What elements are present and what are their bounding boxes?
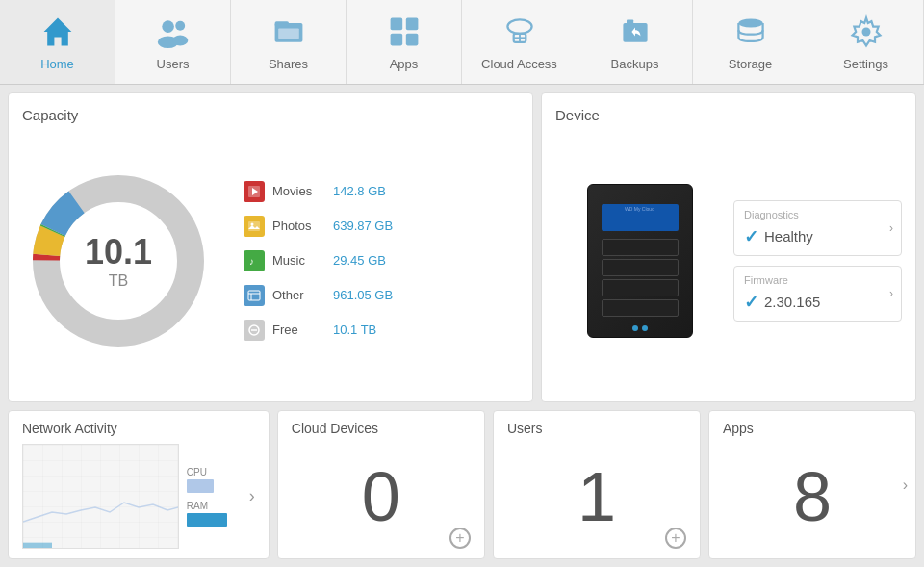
- apps-icon: [385, 13, 424, 51]
- svg-rect-31: [248, 291, 260, 300]
- apps-chevron-icon[interactable]: ›: [903, 477, 908, 494]
- cpu-label: CPU: [187, 467, 242, 477]
- add-user-button[interactable]: +: [665, 528, 686, 549]
- svg-rect-36: [23, 445, 178, 548]
- shares-icon: [270, 13, 308, 51]
- capacity-total: 10.1: [85, 232, 152, 272]
- ram-bar: [187, 513, 227, 527]
- svg-rect-9: [405, 18, 418, 31]
- cpu-group: CPU: [187, 467, 242, 493]
- legend-photos: Photos 639.87 GB: [244, 216, 519, 237]
- cpu-bar-container: [187, 479, 242, 493]
- nav-cloud-access[interactable]: Cloud Access: [462, 0, 578, 84]
- nav-home[interactable]: Home: [0, 0, 116, 84]
- photos-value: 639.87 GB: [333, 219, 393, 233]
- legend-other: Other 961.05 GB: [244, 285, 519, 306]
- nav-apps[interactable]: Apps: [346, 0, 462, 84]
- ram-label: RAM: [187, 501, 242, 511]
- diagnostics-box[interactable]: Diagnostics ✓ Healthy ›: [733, 200, 902, 256]
- firmware-check-icon: ✓: [744, 292, 758, 313]
- network-title: Network Activity: [22, 421, 255, 436]
- free-label: Free: [272, 322, 325, 337]
- add-cloud-device-button[interactable]: +: [449, 528, 471, 549]
- firmware-box[interactable]: Firmware ✓ 2.30.165 ›: [733, 266, 902, 322]
- ram-bar-container: [187, 513, 242, 527]
- network-chevron-icon[interactable]: ›: [249, 486, 255, 506]
- svg-rect-37: [23, 543, 52, 548]
- nav-settings[interactable]: Settings: [808, 0, 924, 84]
- other-value: 961.05 GB: [333, 288, 393, 302]
- ram-group: RAM: [187, 501, 242, 527]
- diagnostics-chevron-icon[interactable]: ›: [889, 221, 893, 235]
- firmware-chevron-icon[interactable]: ›: [889, 287, 893, 300]
- other-label: Other: [272, 288, 325, 302]
- nas-screen: WD My Cloud: [602, 204, 679, 231]
- legend-free: Free 10.1 TB: [244, 320, 519, 341]
- nav-storage-label: Storage: [729, 57, 773, 71]
- svg-point-12: [507, 19, 531, 33]
- backups-icon: [616, 13, 654, 51]
- nas-bay-4: [602, 299, 679, 317]
- diagnostics-value: Healthy: [764, 228, 813, 245]
- nas-bay-3: [602, 279, 679, 296]
- cpu-bar: [187, 479, 214, 493]
- photos-label: Photos: [272, 219, 325, 233]
- svg-rect-27: [248, 221, 260, 231]
- svg-rect-17: [627, 19, 633, 24]
- svg-point-19: [861, 28, 870, 37]
- svg-rect-11: [405, 34, 418, 46]
- nav-settings-label: Settings: [843, 57, 888, 71]
- users-panel: Users 1 +: [493, 410, 701, 559]
- users-count: 1: [507, 444, 686, 549]
- apps-panel-title: Apps: [723, 421, 902, 436]
- svg-point-3: [175, 21, 185, 31]
- free-value: 10.1 TB: [333, 322, 376, 337]
- photos-icon: [244, 216, 265, 237]
- svg-rect-6: [274, 21, 288, 26]
- users-icon: [154, 13, 192, 51]
- svg-marker-0: [43, 18, 71, 46]
- free-icon: [244, 320, 265, 341]
- diagnostics-check-icon: ✓: [744, 226, 758, 247]
- nav-shares-label: Shares: [269, 57, 308, 71]
- nav-users-label: Users: [157, 57, 190, 71]
- device-info: Diagnostics ✓ Healthy › Firmware ✓ 2.30.…: [733, 200, 902, 322]
- nav-shares[interactable]: Shares: [231, 0, 346, 84]
- main-content: Capacity: [0, 85, 924, 567]
- network-graph: [22, 444, 179, 549]
- apps-count: 8: [723, 444, 902, 549]
- network-chevron[interactable]: ›: [249, 444, 255, 549]
- device-panel: Device WD My Cloud: [541, 92, 916, 402]
- home-icon: [38, 13, 77, 51]
- movies-label: Movies: [272, 184, 325, 198]
- movies-icon: [244, 181, 265, 202]
- device-content: WD My Cloud: [555, 133, 902, 388]
- settings-icon: [847, 13, 886, 51]
- firmware-label: Firmware: [744, 274, 891, 286]
- music-label: Music: [272, 253, 325, 268]
- cloud-access-icon: [500, 13, 539, 51]
- cloud-devices-panel: Cloud Devices 0 +: [277, 410, 485, 559]
- svg-rect-8: [390, 18, 402, 31]
- capacity-panel: Capacity: [8, 92, 533, 402]
- capacity-legend: Movies 142.8 GB Photos 639.87 GB: [234, 181, 519, 341]
- nav-backups[interactable]: Backups: [578, 0, 693, 84]
- svg-point-4: [172, 36, 188, 46]
- capacity-content: 10.1 TB Movies 142.8 GB: [22, 133, 519, 388]
- nas-device: WD My Cloud: [587, 184, 693, 338]
- nav-cloud-access-label: Cloud Access: [481, 57, 557, 71]
- nav-backups-label: Backups: [611, 57, 659, 71]
- svg-point-1: [162, 20, 174, 33]
- nav-storage[interactable]: Storage: [693, 0, 808, 84]
- top-row: Capacity: [8, 92, 916, 402]
- storage-icon: [732, 13, 770, 51]
- nav-users[interactable]: Users: [116, 0, 231, 84]
- apps-panel: Apps 8 ›: [708, 410, 916, 559]
- music-icon: ♪: [244, 250, 265, 271]
- diagnostics-label: Diagnostics: [744, 209, 891, 220]
- svg-point-18: [738, 19, 762, 28]
- cpu-ram-section: CPU RAM: [183, 444, 245, 549]
- legend-movies: Movies 142.8 GB: [244, 181, 519, 202]
- other-icon: [244, 285, 265, 306]
- capacity-title: Capacity: [22, 107, 519, 123]
